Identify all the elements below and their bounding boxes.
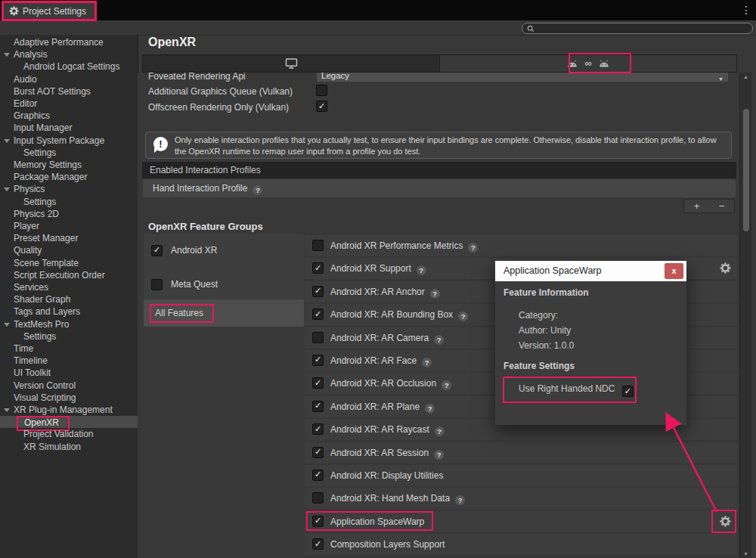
group-meta-quest[interactable]: Meta Quest (144, 277, 304, 291)
help-icon[interactable]: ? (422, 358, 432, 367)
scroll-up-icon[interactable]: ▲ (740, 74, 751, 79)
tab-android-platform[interactable]: ∞ (440, 55, 736, 72)
feature-groups-header: OpenXR Feature Groups (148, 221, 263, 232)
window-titlebar: Project Settings ⋮ (0, 0, 756, 20)
sidebar-item-timeline[interactable]: Timeline (0, 355, 138, 367)
sidebar-item-xr-plug-in-management[interactable]: XR Plug-in Management (0, 404, 138, 416)
sidebar-item-label: Input System Package (14, 135, 104, 146)
sidebar-item-preset-manager[interactable]: Preset Manager (0, 232, 138, 244)
feature-checkbox[interactable]: ✓ (312, 286, 324, 297)
help-icon[interactable]: ? (468, 243, 478, 253)
feature-checkbox[interactable]: ✓ (312, 355, 324, 366)
feature-label: Android XR: AR Anchor? (330, 281, 440, 302)
sidebar-item-player[interactable]: Player (0, 220, 138, 232)
help-icon[interactable]: ? (425, 404, 435, 414)
help-icon[interactable]: ? (253, 185, 262, 195)
meta-quest-checkbox[interactable] (151, 279, 163, 290)
feature-checkbox[interactable]: ✓ (312, 423, 324, 435)
sidebar-item-graphics[interactable]: Graphics (0, 110, 138, 122)
feature-row-android-xr-ar-session[interactable]: ✓Android XR: AR Session? (305, 442, 737, 463)
page-title: OpenXR (148, 36, 196, 49)
sidebar-item-ui-toolkit[interactable]: UI Toolkit (0, 367, 138, 379)
kebab-menu-icon[interactable]: ⋮ (741, 3, 751, 17)
feature-settings-gear-icon[interactable] (720, 516, 731, 527)
feature-checkbox[interactable]: ✓ (312, 538, 324, 550)
sidebar-item-input-manager[interactable]: Input Manager (0, 122, 138, 134)
sidebar-item-settings[interactable]: Settings (0, 196, 138, 208)
scrollbar-thumb[interactable] (743, 109, 749, 231)
sidebar-item-input-system-package[interactable]: Input System Package (0, 135, 138, 147)
offscreen-rendering-only-checkbox[interactable]: ✓ (316, 101, 327, 112)
feature-row-android-xr-display-utilities[interactable]: ✓Android XR: Display Utilities (305, 465, 737, 486)
gear-icon (9, 6, 19, 16)
sidebar-item-adaptive-performance[interactable]: Adaptive Performance (0, 36, 138, 48)
sidebar-item-version-control[interactable]: Version Control (0, 380, 138, 392)
feature-checkbox[interactable]: ✓ (312, 516, 324, 527)
vertical-scrollbar[interactable]: ▲ ▼ (739, 73, 751, 558)
feature-checkbox[interactable]: ✓ (312, 377, 324, 389)
feature-checkbox[interactable]: ✓ (312, 308, 324, 320)
feature-row-composition-layers-support[interactable]: ✓Composition Layers Support (305, 534, 737, 555)
sidebar-item-xr-simulation[interactable]: XR Simulation (0, 441, 138, 453)
sidebar-item-time[interactable]: Time (0, 343, 138, 355)
sidebar-item-physics-2d[interactable]: Physics 2D (0, 208, 138, 220)
feature-checkbox[interactable]: ✓ (312, 447, 324, 458)
sidebar-item-scene-template[interactable]: Scene Template (0, 257, 138, 269)
sidebar-item-visual-scripting[interactable]: Visual Scripting (0, 392, 138, 404)
feature-checkbox[interactable] (312, 332, 324, 343)
feature-label: Application SpaceWarp (330, 511, 424, 532)
hand-interaction-profile-row[interactable]: Hand Interaction Profile? (143, 179, 736, 197)
help-icon[interactable]: ? (434, 335, 444, 345)
help-icon[interactable]: ? (458, 312, 468, 321)
feature-checkbox[interactable] (312, 240, 324, 251)
help-icon[interactable]: ? (442, 380, 451, 390)
sidebar-item-audio[interactable]: Audio (0, 73, 138, 85)
sidebar-item-settings[interactable]: Settings (0, 330, 138, 343)
sidebar-item-settings[interactable]: Settings (0, 147, 138, 159)
feature-checkbox[interactable]: ✓ (312, 262, 324, 274)
group-android-xr[interactable]: ✓ Android XR (144, 243, 304, 257)
scroll-down-icon[interactable]: ▼ (740, 551, 751, 556)
sidebar-item-android-logcat-settings[interactable]: Android Logcat Settings (0, 60, 138, 73)
sidebar-item-label: Input Manager (14, 122, 72, 133)
all-features-row[interactable]: All Features (144, 299, 304, 327)
sidebar-item-quality[interactable]: Quality (0, 244, 138, 256)
feature-label: Android XR Support? (330, 258, 426, 279)
feature-settings-gear-icon[interactable] (720, 262, 731, 274)
sidebar-item-memory-settings[interactable]: Memory Settings (0, 159, 138, 171)
add-profile-button[interactable]: + (694, 200, 700, 212)
additional-graphics-queue-checkbox[interactable] (316, 85, 327, 96)
feature-row-android-xr-performance-metrics[interactable]: Android XR Performance Metrics? (305, 235, 737, 256)
sidebar-item-package-manager[interactable]: Package Manager (0, 171, 138, 183)
feature-row-application-spacewarp[interactable]: ✓Application SpaceWarp (305, 511, 737, 532)
sidebar-item-shader-graph[interactable]: Shader Graph (0, 293, 138, 305)
foveated-rendering-api-dropdown[interactable]: Legacy ▼ (316, 73, 729, 82)
use-right-handed-ndc-checkbox[interactable]: ✓ (622, 386, 634, 397)
sidebar-item-editor[interactable]: Editor (0, 98, 138, 110)
feature-checkbox[interactable] (312, 492, 324, 504)
sidebar-item-physics[interactable]: Physics (0, 183, 138, 195)
help-icon[interactable]: ? (434, 450, 444, 460)
help-icon[interactable]: ? (435, 426, 445, 436)
sidebar-item-project-validation[interactable]: Project Validation (0, 428, 138, 440)
sidebar-item-openxr[interactable]: OpenXR (0, 416, 138, 428)
tab-project-settings[interactable]: Project Settings (3, 2, 94, 20)
sidebar-item-label: Services (14, 282, 48, 293)
search-input[interactable] (522, 23, 753, 34)
close-icon[interactable]: x (665, 263, 683, 279)
sidebar-item-tags-and-layers[interactable]: Tags and Layers (0, 305, 138, 318)
feature-row-android-xr-hand-mesh-data[interactable]: Android XR: Hand Mesh Data? (305, 488, 737, 509)
help-icon[interactable]: ? (455, 495, 465, 505)
android-xr-checkbox[interactable]: ✓ (151, 245, 163, 256)
tab-desktop-platform[interactable] (143, 55, 440, 72)
feature-checkbox[interactable]: ✓ (312, 401, 324, 412)
sidebar-item-burst-aot-settings[interactable]: Burst AOT Settings (0, 85, 138, 98)
sidebar-item-script-execution-order[interactable]: Script Execution Order (0, 269, 138, 281)
help-icon[interactable]: ? (417, 265, 426, 275)
sidebar-item-services[interactable]: Services (0, 281, 138, 293)
sidebar-item-textmesh-pro[interactable]: TextMesh Pro (0, 318, 138, 330)
help-icon[interactable]: ? (430, 289, 440, 299)
remove-profile-button[interactable]: − (719, 200, 725, 212)
feature-checkbox[interactable]: ✓ (312, 470, 324, 481)
sidebar-item-analysis[interactable]: Analysis (0, 48, 138, 60)
